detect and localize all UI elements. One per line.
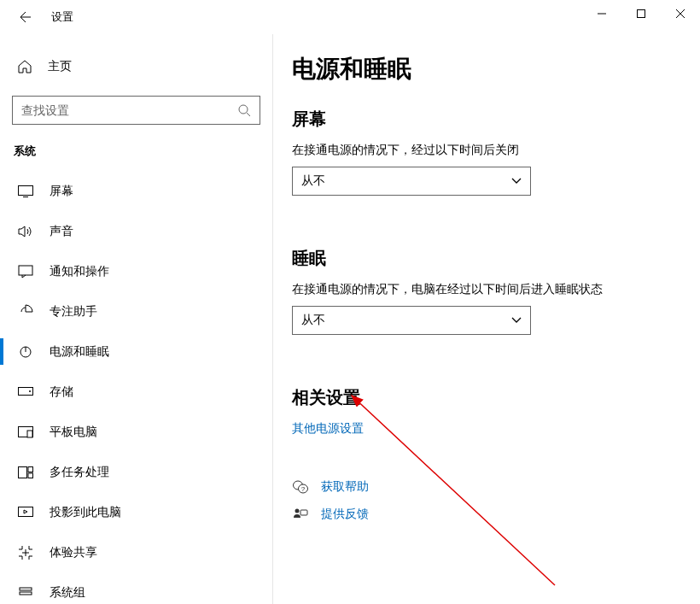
svg-point-1 [239,105,248,114]
sidebar-item-label: 投影到此电脑 [50,505,121,520]
sidebar-item-label: 多任务处理 [50,465,109,480]
display-icon [17,185,34,197]
search-icon [237,103,251,117]
svg-rect-3 [19,266,32,275]
close-button[interactable] [661,0,700,27]
help-icon: ? [292,480,309,494]
back-button[interactable] [15,7,36,27]
feedback-label: 提供反馈 [321,507,369,522]
sidebar-item-tablet[interactable]: 平板电脑 [12,412,260,452]
sidebar: 主页 系统 屏幕 声音 通知和操作 专注助手 电源和睡眠 存储 [0,34,273,604]
components-icon [17,587,34,599]
sidebar-item-label: 专注助手 [50,304,97,320]
tablet-icon [17,426,34,438]
screen-timeout-value: 从不 [301,173,325,189]
sidebar-item-label: 平板电脑 [50,425,97,440]
svg-rect-19 [300,510,307,515]
svg-rect-14 [20,592,32,595]
sidebar-item-display[interactable]: 屏幕 [12,171,260,211]
svg-rect-11 [28,473,33,478]
chevron-down-icon [511,317,522,324]
svg-rect-0 [638,10,645,18]
power-icon [17,345,34,359]
sidebar-item-label: 体验共享 [50,545,97,560]
sidebar-item-sound[interactable]: 声音 [12,211,260,251]
search-input[interactable] [21,103,237,117]
minimize-icon [598,9,606,18]
project-icon [17,507,34,519]
screen-label: 在接通电源的情况下，经过以下时间后关闭 [292,143,681,158]
sidebar-item-notifications[interactable]: 通知和操作 [12,251,260,291]
svg-text:?: ? [301,485,306,493]
sidebar-item-label: 系统组 [50,585,85,601]
sidebar-item-project[interactable]: 投影到此电脑 [12,492,260,532]
home-label: 主页 [48,59,72,74]
svg-rect-2 [19,185,33,195]
sidebar-item-components[interactable]: 系统组 [12,572,260,604]
home-icon [17,59,34,74]
get-help-link[interactable]: ? 获取帮助 [292,479,681,495]
arrow-left-icon [19,10,32,24]
svg-rect-10 [28,466,33,472]
sidebar-item-label: 通知和操作 [50,264,109,279]
main-content: 电源和睡眠 屏幕 在接通电源的情况下，经过以下时间后关闭 从不 睡眠 在接通电源… [273,34,700,604]
screen-timeout-dropdown[interactable]: 从不 [292,167,531,196]
search-box[interactable] [12,96,260,125]
share-icon [17,546,34,560]
get-help-label: 获取帮助 [321,479,369,495]
sidebar-item-label: 存储 [50,384,73,400]
sound-icon [17,225,34,238]
maximize-button[interactable] [621,0,661,27]
sidebar-item-label: 屏幕 [50,184,73,199]
sidebar-item-label: 声音 [50,224,73,239]
sidebar-item-label: 电源和睡眠 [50,344,109,360]
sidebar-item-storage[interactable]: 存储 [12,372,260,412]
svg-rect-12 [19,507,33,516]
sidebar-item-multitask[interactable]: 多任务处理 [12,452,260,492]
screen-heading: 屏幕 [292,108,681,131]
svg-point-6 [29,390,31,392]
svg-rect-9 [19,466,27,478]
multitask-icon [17,466,34,478]
related-heading: 相关设置 [292,386,681,409]
svg-point-18 [295,509,300,513]
sleep-label: 在接通电源的情况下，电脑在经过以下时间后进入睡眠状态 [292,282,681,297]
page-title: 电源和睡眠 [292,53,681,85]
sidebar-item-share[interactable]: 体验共享 [12,532,260,572]
section-label: 系统 [12,144,260,159]
notifications-icon [17,265,34,279]
minimize-button[interactable] [582,0,621,27]
close-icon [676,9,685,18]
sidebar-item-focus[interactable]: 专注助手 [12,291,260,331]
other-power-link[interactable]: 其他电源设置 [292,421,364,437]
feedback-icon [292,507,309,521]
svg-rect-13 [20,588,32,590]
window-title: 设置 [51,9,73,25]
maximize-icon [637,9,645,18]
chevron-down-icon [511,178,522,185]
home-button[interactable]: 主页 [12,50,260,84]
focus-icon [17,304,34,320]
feedback-link[interactable]: 提供反馈 [292,507,681,522]
storage-icon [17,387,34,397]
svg-rect-8 [27,431,32,437]
sidebar-item-power[interactable]: 电源和睡眠 [12,331,260,372]
sleep-timeout-dropdown[interactable]: 从不 [292,306,531,335]
sleep-timeout-value: 从不 [301,313,325,328]
sleep-heading: 睡眠 [292,247,681,270]
